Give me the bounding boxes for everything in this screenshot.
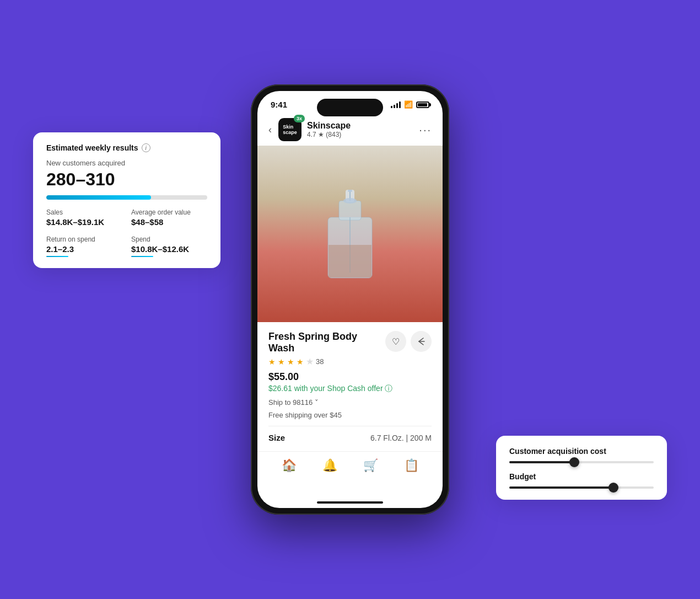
app-name: Skinscape [307,121,351,131]
new-customers-label: New customers acquired [46,159,207,167]
app-rating: 4.7 ★ (843) [307,131,351,138]
sales-value: $14.8K–$19.1K [46,217,122,227]
cac-label: Customer acquisition cost [509,447,654,456]
budget-slider-section: Budget [509,472,654,489]
signal-icon [391,101,401,108]
nav-home[interactable]: 🏠 [282,458,297,473]
back-button[interactable]: ‹ [268,124,272,136]
metric-aov: Average order value $48–$58 [131,208,207,227]
stars-row: ★ ★ ★ ★ ★ 38 [268,356,432,367]
dynamic-island [317,99,383,116]
cac-slider-thumb[interactable] [569,457,579,467]
weekly-results-card: Estimated weekly results i New customers… [33,132,220,268]
aov-value: $48–$58 [131,217,207,227]
size-label: Size [268,433,285,442]
battery-icon [416,101,429,108]
spend-value: $10.8K–$12.6K [131,244,207,254]
cac-slider-track[interactable] [509,461,654,463]
svg-rect-3 [348,190,352,192]
reward-badge: 3x [294,115,305,122]
app-icon-wrapper: Skinscape 3x [278,118,301,141]
ship-to[interactable]: Ship to 98116 ˅ [268,398,432,407]
product-actions: ♡ [385,331,432,352]
star-2: ★ [278,357,285,366]
info-icon[interactable]: i [142,143,150,152]
review-count: 38 [316,357,324,366]
nav-cart[interactable]: 🛒 [363,458,378,473]
metric-ros: Return on spend 2.1–2.3 [46,236,122,257]
cac-slider-fill [509,461,574,463]
metrics-grid: Sales $14.8K–$19.1K Average order value … [46,208,207,257]
home-indicator [317,501,383,504]
progress-bar-fill [46,195,151,200]
cac-slider-section: Customer acquisition cost [509,447,654,463]
svg-point-7 [343,198,357,204]
card-title: Estimated weekly results i [46,143,207,152]
product-bottle-svg [317,179,383,289]
product-price: $55.00 [268,371,432,383]
app-header: ‹ Skinscape 3x Skinscape 4.7 ★ (843) ··· [257,114,443,146]
more-button[interactable]: ··· [419,124,432,136]
product-details: Fresh Spring Body Wash ♡ ★ ★ ★ ★ ★ [257,322,443,451]
product-title: Fresh Spring Body Wash [268,331,385,354]
shop-cash-offer: $26.61 with your Shop Cash offer ⓘ [268,384,432,394]
budget-slider-fill [509,486,613,489]
bottom-nav: 🏠 🔔 🛒 📋 [257,451,443,484]
spend-label: Spend [131,236,207,243]
metric-sales: Sales $14.8K–$19.1K [46,208,122,227]
star-1: ★ [268,357,276,366]
star-3: ★ [287,357,294,366]
budget-slider-track[interactable] [509,486,654,489]
ros-underline [46,256,68,257]
size-row[interactable]: Size 6.7 Fl.Oz. | 200 M [268,426,432,442]
svg-rect-1 [339,201,361,220]
phone-frame: 9:41 📶 ‹ Skinscape [251,84,449,515]
acquisition-card: Customer acquisition cost Budget [496,436,667,500]
ros-label: Return on spend [46,236,122,243]
budget-label: Budget [509,472,654,481]
aov-label: Average order value [131,208,207,216]
app-info: Skinscape 3x Skinscape 4.7 ★ (843) [278,118,419,141]
metric-spend: Spend $10.8K–$12.6K [131,236,207,257]
product-image [257,146,443,322]
nav-orders[interactable]: 📋 [404,458,419,473]
sales-label: Sales [46,208,122,216]
svg-rect-6 [329,245,371,277]
star-4-half: ★ [297,357,304,366]
budget-slider-thumb[interactable] [609,483,618,493]
new-customers-value: 280–310 [46,169,207,190]
share-button[interactable] [411,331,432,352]
ros-value: 2.1–2.3 [46,244,122,254]
spend-underline [131,256,153,257]
wishlist-button[interactable]: ♡ [385,331,406,352]
nav-notifications[interactable]: 🔔 [322,458,337,473]
customers-progress-bar [46,195,207,200]
free-shipping: Free shipping over $45 [268,411,432,419]
status-icons: 📶 [391,100,429,109]
star-5-empty: ★ [306,356,314,367]
size-value: 6.7 Fl.Oz. | 200 M [370,434,432,442]
wifi-icon: 📶 [404,100,413,109]
status-time: 9:41 [271,100,287,109]
